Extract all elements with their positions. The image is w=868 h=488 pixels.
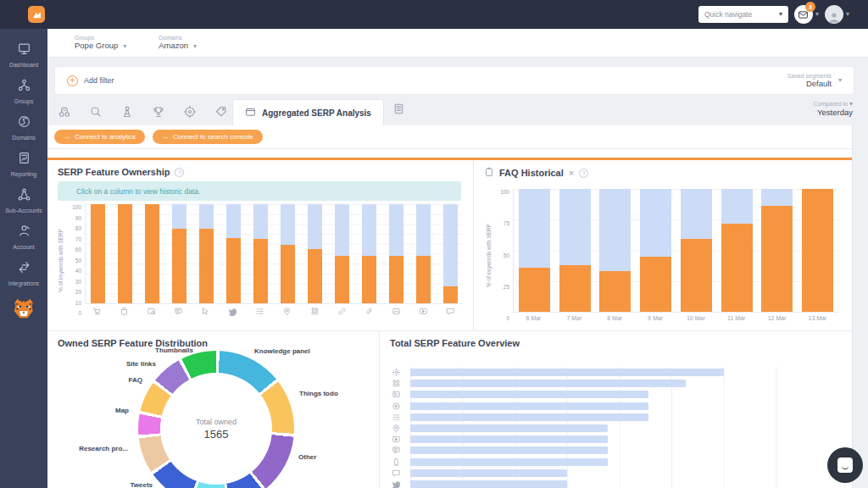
app-logo-icon[interactable]	[28, 6, 45, 23]
tab-search[interactable]	[89, 105, 103, 119]
bar-col-7[interactable]	[802, 189, 833, 312]
bar-attachment[interactable]	[362, 204, 376, 303]
total-serp-feature-overview-chart	[392, 367, 828, 488]
total-serp-feature-overview-panel: Total SERP Feature Overview AccuRanker	[379, 331, 852, 488]
image-search-icon	[147, 307, 156, 316]
tab-target[interactable]	[183, 105, 197, 119]
x-axis	[85, 304, 463, 316]
bar-featured-snippet[interactable]	[172, 204, 186, 303]
link-arrows-icon: ↔	[64, 133, 70, 141]
comment-icon	[392, 469, 405, 478]
tab-binoculars[interactable]	[58, 105, 71, 119]
saved-segments-select[interactable]: Saved segments Default ▾	[787, 73, 842, 89]
bar-list[interactable]	[253, 204, 268, 303]
saved-segments-value: Default	[787, 80, 832, 89]
sidebar-item-integrations[interactable]: Integrations	[0, 256, 47, 292]
feature-row-featured-snippet[interactable]	[392, 445, 828, 456]
y-tick: 50	[75, 258, 81, 263]
attachment-icon	[364, 307, 374, 316]
tiger-mascot-icon[interactable]	[11, 296, 36, 324]
sidebar-item-dashboard[interactable]: Dashboard	[0, 37, 47, 74]
bar	[410, 435, 608, 443]
bar-col-5[interactable]	[721, 189, 753, 312]
domain-selector-value: Amazon	[159, 42, 188, 51]
tab-aggregated-serp-analysis[interactable]: Aggregated SERP Analysis	[232, 99, 384, 125]
bar-col-6[interactable]	[761, 189, 793, 312]
tab-notes[interactable]	[392, 103, 405, 125]
sidebar-item-label: Reporting	[11, 171, 36, 178]
feature-row-list[interactable]	[392, 412, 828, 423]
notifications-button[interactable]: 3 ▾	[794, 5, 819, 24]
sidebar-item-label: Sub-Accounts	[5, 208, 42, 214]
close-icon[interactable]: ×	[569, 168, 574, 178]
y-axis-title: % of keywords with SERP	[486, 189, 494, 321]
x-tick-label: 13 Mar	[802, 315, 833, 321]
bar-image-search[interactable]	[145, 204, 159, 303]
domain-selector[interactable]: Domains Amazon▾	[159, 35, 197, 51]
sidebar-item-account[interactable]: Account	[0, 219, 47, 256]
bar-map-pin[interactable]	[281, 204, 295, 303]
slice-label-things-todo: Things todo	[299, 390, 338, 397]
chevron-down-icon: ▾	[846, 11, 849, 18]
notification-badge: 3	[805, 2, 815, 12]
help-icon[interactable]: ?	[175, 168, 184, 177]
connect-search-console-button[interactable]: ↔Connect to search console	[153, 130, 263, 144]
feature-row-map-pin[interactable]	[392, 423, 828, 434]
ads-icon	[392, 368, 405, 377]
chat-launcher-button[interactable]	[827, 447, 863, 483]
sidebar-item-groups[interactable]: Groups	[0, 74, 47, 110]
compared-to-select[interactable]: Compared to ▾ Yesterday	[814, 101, 853, 118]
bar-tweet[interactable]	[226, 204, 241, 303]
bar-video[interactable]	[416, 204, 431, 303]
bar-apps[interactable]	[308, 204, 322, 303]
bar-track	[410, 369, 828, 376]
add-filter-button[interactable]: + Add filter	[67, 75, 114, 86]
feature-row-video-circle[interactable]	[392, 401, 828, 412]
bar	[410, 458, 608, 466]
y-tick: 70	[75, 236, 81, 242]
connect-analytics-button[interactable]: ↔Connect to analytics	[54, 130, 145, 144]
tab-trophy[interactable]	[152, 105, 165, 119]
quick-navigate-select[interactable]: Quick navigate ▾	[698, 6, 788, 23]
feature-row-image[interactable]	[392, 389, 828, 400]
bar	[410, 380, 686, 387]
feature-row-tweet[interactable]	[392, 479, 828, 488]
bar-col-4[interactable]	[681, 189, 712, 312]
bar-link[interactable]	[335, 204, 349, 303]
serp-feature-ownership-panel: SERP Feature Ownership? Click on a colum…	[47, 160, 473, 330]
sidebar-item-sub-accounts[interactable]: Sub-Accounts	[0, 183, 47, 219]
feature-row-comment[interactable]	[392, 468, 828, 479]
bar-comment[interactable]	[443, 204, 458, 303]
clipboard-icon	[484, 167, 494, 179]
slice-label-other: Other	[298, 453, 316, 461]
bar-shopping-cart[interactable]	[91, 204, 105, 303]
bar-col-0[interactable]	[519, 189, 550, 312]
bar	[410, 391, 648, 398]
tab-tag[interactable]	[214, 105, 228, 119]
tab-bar: Aggregated SERP Analysis Compared to ▾ Y…	[47, 99, 868, 125]
bar-shopping-bag[interactable]	[118, 204, 132, 303]
chevron-down-icon: ▾	[849, 100, 853, 108]
feature-row-apps[interactable]	[392, 378, 828, 389]
bar-col-2[interactable]	[599, 189, 631, 312]
sidebar-item-reporting[interactable]: Reporting	[0, 147, 47, 183]
bar	[410, 480, 567, 488]
group-selector[interactable]: Groups Pope Group▾	[75, 35, 126, 51]
bar-col-1[interactable]	[559, 189, 591, 312]
reporting-icon	[17, 151, 31, 169]
tab-chess-pawn[interactable]	[120, 105, 134, 119]
faq-historical-panel: FAQ Historical × ? AccuRanker AccuRanker…	[473, 160, 852, 330]
feature-row-ads[interactable]	[392, 367, 828, 378]
x-tick-label: 9 Mar	[640, 315, 671, 321]
sidebar: DashboardGroupsDomainsReportingSub-Accou…	[0, 29, 47, 488]
feature-row-video[interactable]	[392, 434, 828, 445]
sidebar-item-label: Domains	[12, 135, 36, 141]
sidebar-item-domains[interactable]: Domains	[0, 110, 47, 147]
bar-thumbnail[interactable]	[389, 204, 403, 303]
bar-col-3[interactable]	[640, 189, 671, 312]
feature-row-phone[interactable]	[392, 457, 828, 468]
user-menu-button[interactable]: ▾	[825, 5, 849, 24]
donut-center-label: Total owned	[196, 418, 236, 426]
bar-click-cursor[interactable]	[199, 204, 214, 303]
help-icon[interactable]: ?	[579, 169, 588, 178]
